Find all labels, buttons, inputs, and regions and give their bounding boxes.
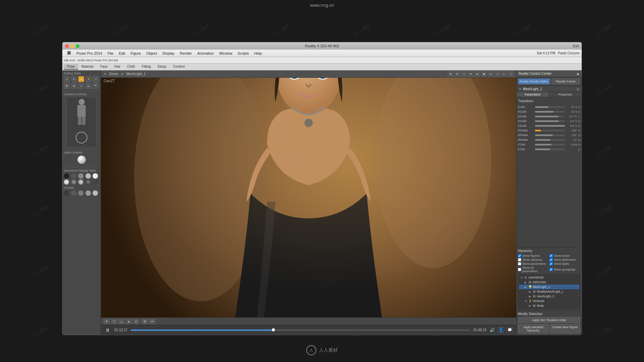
tab-material[interactable]: Material [78,64,97,70]
param-zrotate-expand[interactable]: ▷ [579,129,581,132]
tree-meshlight1[interactable]: ▶ 💡 MeshLight_1 [519,285,579,289]
tool-body[interactable]: 🧍 [86,76,92,82]
icon-4[interactable]: ⊕ [468,71,473,77]
cb-show-all-params[interactable] [518,268,521,271]
swatch-sphere1[interactable] [64,179,69,185]
vp-btn-camera[interactable]: ⊙ [133,319,139,324]
icon-1[interactable]: ⊞ [448,71,453,77]
icon-5[interactable]: ◈ [475,71,480,77]
mesh-dropdown[interactable]: MeshLight_1 [126,72,146,76]
tab-fitting[interactable]: Fitting [138,64,154,70]
param-ytran-expand[interactable]: ▷ [579,148,581,151]
tool-chain[interactable]: ⛓ [64,83,70,89]
menu-figure[interactable]: Figure [128,51,143,56]
tree-universe[interactable]: ▼ ⊙ UNIVERSE [519,275,579,280]
orbit-control[interactable] [76,132,88,143]
menu-render[interactable]: Render [177,51,194,56]
cb-show-deformers[interactable] [549,258,553,261]
swatch-dark[interactable] [64,173,69,179]
swatch-sphere4[interactable] [86,179,91,185]
cb-show-cameras[interactable] [518,258,521,261]
user-icon[interactable]: 👤 [498,327,504,333]
param-scale-expand[interactable]: ▷ [579,106,581,109]
tree-victoria[interactable]: ▼ 🧍 Victoria4 [519,299,579,303]
param-scale-slider[interactable] [535,106,565,108]
tool-morph[interactable]: ◎ [86,83,92,89]
vp-btn-2[interactable]: ▽ [111,319,117,324]
minimize-button[interactable] [70,44,74,48]
swatch-white[interactable] [93,173,98,179]
menu-edit[interactable]: Edit [116,51,127,56]
param-zscale-slider[interactable] [535,120,565,122]
menu-file[interactable]: File [105,51,116,56]
close-button[interactable] [65,44,69,48]
apply-rotation-btn[interactable]: Apply Std. Rotation Order [518,317,580,323]
vp-btn-3[interactable]: △ [118,319,124,324]
tab-parameters[interactable]: Parameters [517,92,549,97]
icon-collapse[interactable]: ◁ [508,71,514,77]
tool-active[interactable]: ★ [78,76,84,82]
swatch-sphere3[interactable] [78,179,84,185]
icon-7[interactable]: ⊘ [488,71,493,77]
chat-icon[interactable]: 💬 [507,327,513,333]
tool-move3d[interactable]: ⊕ [71,83,77,89]
tab-hair[interactable]: Hair [111,64,124,70]
param-xscale-slider[interactable] [535,111,565,113]
param-xtran-slider[interactable] [535,144,565,145]
ui-dot-4[interactable] [86,190,91,196]
apple-menu[interactable]: ⌘ [64,50,73,56]
render-frame-btn[interactable]: Render Frame [551,78,580,84]
tool-arrow[interactable]: ↗ [93,76,99,82]
icon-2[interactable]: ⊟ [454,71,460,77]
tab-pose[interactable]: Pose [64,64,78,70]
menu-help[interactable]: Help [252,51,264,56]
vp-btn-1[interactable]: ▼ [104,319,110,324]
ui-dot-2[interactable] [71,190,76,196]
tool-translate[interactable]: ✛ [71,76,77,82]
swatch-dark2[interactable] [93,179,98,185]
cb-show-props[interactable] [549,254,553,257]
icon-8[interactable]: ⊙ [495,71,500,77]
icon-expand[interactable]: ▷ [501,71,507,77]
panel-collapse-icon[interactable]: ▲ [576,72,580,75]
menu-animation[interactable]: Animation [195,51,216,56]
progress-handle[interactable] [272,328,275,331]
param-ytran-slider[interactable] [535,148,565,150]
param-scale2-expand[interactable]: ▷ [579,124,581,127]
dress-dropdown[interactable]: Dress [109,72,118,76]
apply-hierarchy-btn[interactable]: Apply standard hierarchy [518,324,549,334]
cb-show-figures[interactable] [518,254,521,257]
render-editor-btn[interactable]: Reality Render Editor [518,78,550,84]
param-scale2-slider[interactable] [535,125,565,127]
ui-dot-1[interactable] [64,190,69,196]
tab-setup[interactable]: Setup [154,64,170,70]
tab-properties[interactable]: Properties [549,92,582,97]
menu-window[interactable]: Window [217,51,234,56]
param-xrotate-expand[interactable]: ▷ [579,134,581,137]
param-yrotate-slider[interactable] [535,139,565,141]
param-zscale-expand[interactable]: ▷ [579,120,581,123]
ui-dot-5[interactable] [93,190,98,196]
create-figure-btn[interactable]: Create New Figure [550,324,581,334]
vp-btn-4[interactable]: ▲ [126,319,132,324]
param-xrotate-slider[interactable] [535,134,565,136]
menu-scripts[interactable]: Scripts [235,51,251,56]
param-yscale-slider[interactable] [535,116,564,117]
icon-6[interactable]: ▦ [481,71,487,77]
viewport-canvas[interactable]: CamZT [101,78,516,317]
mesh-expand-icon[interactable]: ▷ [577,87,580,91]
pause-button[interactable]: ⏸ [104,327,111,334]
param-xtran-expand[interactable]: ▷ [579,143,581,146]
menu-display[interactable]: Display [160,51,177,56]
maximize-button[interactable] [76,44,79,48]
tab-face[interactable]: Face [97,64,111,70]
tree-body[interactable]: ▶ ⊟ Body [519,303,579,308]
swatch-sphere2[interactable] [71,179,76,185]
menu-poser[interactable]: Poser Pro 2014 [74,51,104,56]
tree-realitymeshlight[interactable]: ▶ ⊟ RealityMeshLight_1 [519,289,579,294]
param-xscale-expand[interactable]: ▷ [579,110,581,113]
param-zrotate-slider[interactable] [535,130,565,131]
param-yrotate-expand[interactable]: ▷ [579,138,581,141]
progress-bar[interactable] [131,329,470,331]
light-sphere[interactable] [77,156,86,164]
